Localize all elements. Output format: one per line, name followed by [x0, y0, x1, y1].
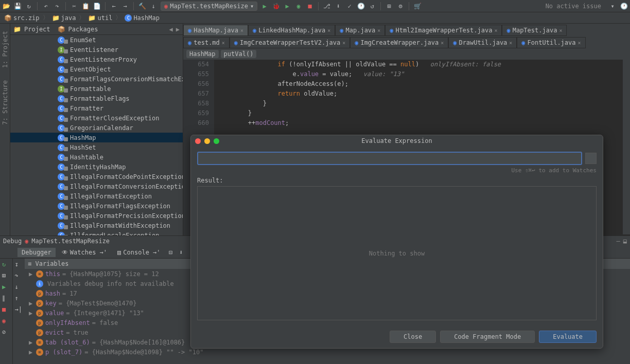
- close-tab-icon[interactable]: ×: [441, 40, 444, 46]
- copy-icon[interactable]: 📋: [81, 2, 90, 10]
- watches-tab[interactable]: 👁 Watches →': [58, 248, 111, 257]
- down-icon[interactable]: ↓: [149, 2, 157, 10]
- build-icon[interactable]: 🔨: [138, 2, 146, 10]
- mute-icon[interactable]: ⊘: [2, 329, 10, 337]
- class-item-illegalformatwidthexception[interactable]: CIllegalFormatWidthException: [10, 221, 183, 230]
- editor-tab[interactable]: ◉Map.java×: [335, 25, 385, 36]
- show-exec-icon[interactable]: ↧: [15, 261, 23, 269]
- console-tab[interactable]: ▤ Console →': [113, 248, 164, 257]
- run-icon[interactable]: ▶: [260, 2, 269, 10]
- redo-icon[interactable]: ↷: [53, 2, 61, 10]
- class-item-enumset[interactable]: CEnumSet: [10, 35, 183, 45]
- class-item-gregoriancalendar[interactable]: CGregorianCalendar: [10, 123, 183, 133]
- class-item-hashmap[interactable]: CHashMap: [10, 133, 183, 142]
- close-tab-icon[interactable]: ×: [559, 28, 562, 33]
- issue-tracker[interactable]: No active issue: [546, 3, 605, 10]
- class-item-formatter[interactable]: CFormatter: [10, 103, 183, 113]
- commit-icon[interactable]: ✓: [345, 2, 354, 10]
- undo-icon[interactable]: ↶: [42, 2, 50, 10]
- close-tab-icon[interactable]: ×: [494, 28, 497, 33]
- close-button[interactable]: Close: [390, 331, 436, 343]
- evaluate-button[interactable]: Evaluate: [539, 331, 597, 343]
- class-item-hashset[interactable]: CHashSet: [10, 142, 183, 152]
- step-into-icon[interactable]: ↓: [15, 283, 23, 292]
- project-tool-tab[interactable]: 1: Project: [2, 29, 9, 70]
- stop-debug-icon[interactable]: ■: [2, 306, 10, 314]
- class-item-hashtable[interactable]: CHashtable: [10, 152, 183, 162]
- minimize-window-icon[interactable]: [204, 138, 210, 144]
- class-item-eventlistenerproxy[interactable]: CEventListenerProxy: [10, 54, 183, 64]
- close-tab-icon[interactable]: ×: [377, 28, 380, 33]
- structure-tool-tab[interactable]: 7: Structure: [2, 78, 9, 127]
- close-tab-icon[interactable]: ×: [222, 40, 225, 46]
- save-icon[interactable]: 💾: [13, 2, 22, 10]
- close-tab-icon[interactable]: ×: [240, 28, 243, 33]
- breadcrumb-item[interactable]: CHashMap: [122, 14, 162, 22]
- editor-tab[interactable]: ◉HashMap.java×: [183, 25, 248, 36]
- step-over-icon[interactable]: ↷: [15, 272, 23, 280]
- resume-icon[interactable]: ▶: [2, 283, 10, 292]
- download-icon[interactable]: ⬇: [177, 248, 185, 257]
- breadcrumb-item[interactable]: 📦src.zip: [2, 14, 42, 22]
- step-out-icon[interactable]: ↑: [15, 295, 23, 303]
- settings-icon[interactable]: ⚙: [396, 2, 405, 10]
- class-item-illegalformatprecisionexception[interactable]: CIllegalFormatPrecisionException: [10, 211, 183, 221]
- class-item-identityhashmap[interactable]: CIdentityHashMap: [10, 162, 183, 172]
- pause-icon[interactable]: ∥: [2, 295, 10, 303]
- coverage-icon[interactable]: ▶: [283, 2, 291, 10]
- vcs-icon[interactable]: ⎇: [323, 2, 331, 10]
- expression-input[interactable]: [197, 152, 582, 165]
- structure-icon[interactable]: ⊞: [385, 2, 393, 10]
- clock-icon[interactable]: 🕐: [620, 2, 628, 10]
- issue-dropdown-icon[interactable]: ▾: [608, 2, 617, 10]
- code-fragment-button[interactable]: Code Fragment Mode: [440, 331, 535, 343]
- crumb-class[interactable]: HashMap: [186, 50, 219, 58]
- breadcrumb-item[interactable]: 📁util: [86, 14, 114, 22]
- editor-tab[interactable]: ◉ImgCreateWrapper.java×: [350, 37, 448, 48]
- run-cursor-icon[interactable]: →|: [15, 306, 23, 314]
- paste-icon[interactable]: 📄: [93, 2, 101, 10]
- rerun-icon[interactable]: ↻: [2, 261, 10, 269]
- profile-icon[interactable]: ◉: [294, 2, 303, 10]
- zoom-window-icon[interactable]: [214, 138, 219, 144]
- market-icon[interactable]: 🛒: [413, 2, 422, 10]
- refresh-icon[interactable]: ↻: [25, 2, 33, 10]
- modify-icon[interactable]: ⊞: [2, 272, 10, 280]
- breakpoints-icon[interactable]: ◉: [2, 317, 10, 325]
- dialog-titlebar[interactable]: Evaluate Expression: [191, 135, 603, 147]
- revert-icon[interactable]: ↺: [368, 2, 376, 10]
- class-item-formatterclosedexception[interactable]: CFormatterClosedException: [10, 113, 183, 123]
- close-tab-icon[interactable]: ×: [342, 40, 345, 46]
- breadcrumb-item[interactable]: 📁java: [50, 14, 78, 22]
- open-icon[interactable]: 📂: [2, 2, 10, 10]
- back-icon[interactable]: ←: [110, 2, 118, 10]
- editor-tab[interactable]: ◉DrawUtil.java×: [448, 37, 517, 48]
- crumb-method[interactable]: putVal(): [221, 50, 257, 58]
- stop-icon[interactable]: ■: [306, 2, 314, 10]
- close-tab-icon[interactable]: ×: [509, 40, 512, 46]
- history-icon[interactable]: 🕐: [357, 2, 365, 10]
- cut-icon[interactable]: ✂: [70, 2, 78, 10]
- class-item-illegalformatflagsexception[interactable]: CIllegalFormatFlagsException: [10, 201, 183, 211]
- threads-icon[interactable]: ⊟: [167, 248, 175, 257]
- editor-tab[interactable]: ◉LinkedHashMap.java×: [248, 25, 335, 36]
- debugger-tab[interactable]: Debugger: [18, 248, 56, 257]
- update-icon[interactable]: ⬇: [334, 2, 342, 10]
- packages-view-label[interactable]: Packages: [68, 26, 98, 33]
- editor-tab[interactable]: ◉ImgCreateWrapperTestV2.java×: [230, 37, 350, 48]
- editor-tab[interactable]: ◉FontUtil.java×: [517, 37, 585, 48]
- editor-scrollbar[interactable]: [623, 24, 630, 234]
- class-item-formatflagsconversionmismatchexception[interactable]: CFormatFlagsConversionMismatchException: [10, 74, 183, 84]
- minimize-icon[interactable]: —: [617, 238, 620, 245]
- close-tab-icon[interactable]: ×: [578, 40, 581, 46]
- project-view-label[interactable]: Project: [24, 26, 50, 33]
- forward-icon[interactable]: →: [121, 2, 129, 10]
- class-item-formattableflags[interactable]: CFormattableFlags: [10, 94, 183, 103]
- class-item-illegalformatexception[interactable]: CIllegalFormatException: [10, 191, 183, 201]
- class-item-eventlistener[interactable]: IEventListener: [10, 45, 183, 54]
- class-item-illegalformatcodepointexception[interactable]: CIllegalFormatCodePointException: [10, 172, 183, 181]
- class-item-formattable[interactable]: IFormattable: [10, 84, 183, 94]
- editor-tab[interactable]: ◉MapTest.java×: [502, 25, 567, 36]
- dock-icon[interactable]: ⬓: [623, 238, 627, 245]
- editor-tab[interactable]: ◉test.md×: [183, 37, 230, 48]
